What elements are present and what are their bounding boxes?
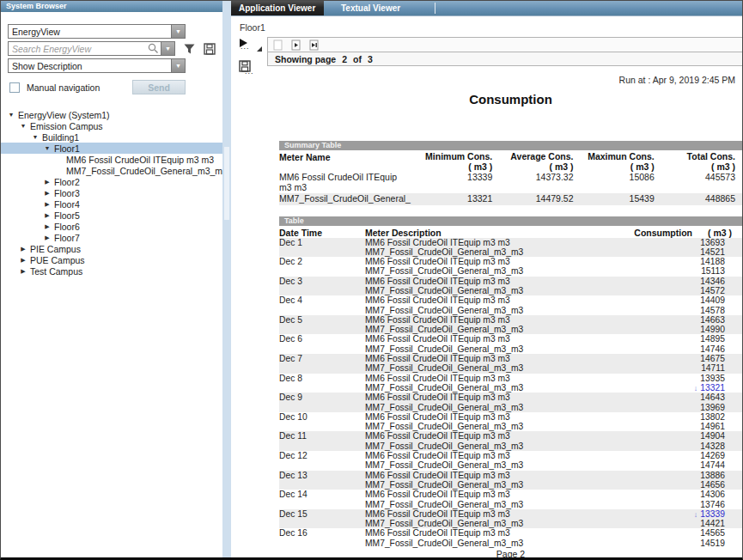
system-browser-controls: EnergyView ▼ ▼ Show De (1, 12, 222, 94)
detail-date-group: Dec 1MM6 Fossil CrudeOil ITEquip m3 m313… (279, 238, 742, 258)
tab-textual-viewer[interactable]: Textual Viewer (324, 1, 435, 15)
run-report-button[interactable]: ... (240, 39, 265, 52)
meter-description-cell: MM6 Fossil CrudeOil ITEquip m3 m3 (365, 528, 613, 538)
meter-description-cell: MM7_Fossil_CrudeOil_General_m3_m3 (365, 422, 613, 431)
detail-table-row: MM7_Fossil_CrudeOil_General_m3_m314656 (279, 480, 742, 490)
date-cell: Dec 7 (279, 354, 365, 363)
tree-item-label: Emission Campus (30, 121, 103, 131)
save-filter-icon[interactable] (204, 43, 216, 55)
search-input[interactable] (9, 42, 148, 55)
search-chevron-down-icon[interactable]: ▼ (161, 42, 174, 55)
tree-item-pue-campus[interactable]: ▶PUE Campus (1, 254, 222, 265)
collapsed-arrow-icon[interactable]: ▶ (18, 246, 28, 253)
collapsed-arrow-icon[interactable]: ▶ (42, 234, 52, 241)
collapsed-arrow-icon[interactable]: ▶ (42, 223, 52, 230)
manual-navigation-row: Manual navigation Send (8, 80, 186, 94)
chevron-down-icon[interactable]: ▼ (171, 59, 185, 72)
expanded-arrow-icon[interactable]: ▼ (18, 123, 28, 129)
expanded-arrow-icon[interactable]: ▼ (30, 134, 40, 140)
save-report-button[interactable]: ... (239, 60, 258, 76)
tree-item-floor6[interactable]: ▶Floor6 (1, 221, 222, 232)
save-dots: ... (245, 67, 254, 76)
meter-description-cell: MM6 Fossil CrudeOil ITEquip m3 m3 (365, 393, 613, 402)
tree-item-floor5[interactable]: ▶Floor5 (1, 210, 222, 221)
detail-date-group: Dec 5MM6 Fossil CrudeOil ITEquip m3 m314… (279, 315, 742, 335)
next-page-icon[interactable] (291, 40, 301, 51)
meter-description-cell: MM7_Fossil_CrudeOil_General_m3_m3 (365, 383, 613, 393)
first-page-icon[interactable] (273, 40, 283, 51)
tree-item-energyview-system1[interactable]: ▼EnergyView (System1) (1, 109, 222, 120)
date-cell (279, 363, 365, 373)
consumption-cell: 14990 (613, 325, 742, 334)
expanded-arrow-icon[interactable]: ▼ (42, 145, 52, 151)
tree-item-emission-campus[interactable]: ▼Emission Campus (1, 120, 222, 131)
consumption-cell: 13693 (613, 238, 742, 247)
detail-table-row: MM7_Fossil_CrudeOil_General_m3_m314961 (279, 422, 742, 431)
detail-table-row: MM7_Fossil_CrudeOil_General_m3_m313746 (279, 500, 742, 509)
detail-table-row: Dec 3MM6 Fossil CrudeOil ITEquip m3 m314… (279, 277, 742, 286)
consumption-cell: 15113 (613, 266, 742, 276)
collapsed-arrow-icon[interactable]: ▶ (18, 257, 28, 264)
tree-item-floor7[interactable]: ▶Floor7 (1, 232, 222, 243)
chevron-down-icon[interactable]: ▼ (171, 25, 185, 38)
date-cell (279, 247, 365, 257)
tree-item-floor2[interactable]: ▶Floor2 (1, 176, 222, 187)
detail-table-row: MM7_Fossil_CrudeOil_General_m3_m314328 (279, 441, 742, 451)
tree-item-building1[interactable]: ▼Building1 (1, 131, 222, 143)
tab-application-viewer[interactable]: Application Viewer (231, 1, 324, 15)
detail-table-row: Dec 16MM6 Fossil CrudeOil ITEquip m3 m31… (279, 528, 742, 538)
date-cell (279, 325, 365, 334)
tree-item-label: PUE Campus (30, 255, 85, 265)
tree-item-floor1[interactable]: ▼Floor1 (1, 143, 222, 154)
consumption-cell: 14572 (613, 286, 742, 295)
tree-item-mm6-fossil-crudeoil-itequip-m3-m3[interactable]: MM6 Fossil CrudeOil ITEquip m3 m3 (1, 154, 222, 165)
consumption-cell: 13969 (613, 403, 742, 412)
last-page-icon[interactable] (309, 40, 320, 51)
panel-splitter[interactable] (222, 1, 231, 557)
expanded-arrow-icon[interactable]: ▼ (6, 112, 16, 118)
tree-item-test-campus[interactable]: ▶Test Campus (1, 265, 222, 277)
consumption-cell: 14895 (613, 334, 742, 344)
description-mode-combo[interactable]: Show Description ▼ (8, 58, 186, 73)
detail-table-row: Dec 1MM6 Fossil CrudeOil ITEquip m3 m313… (279, 238, 742, 247)
detail-table: Table Date Time Meter Description Consum… (279, 216, 742, 549)
viewer-panel: Application Viewer Textual Viewer Floor1… (231, 1, 742, 557)
paging-of: of (353, 54, 362, 64)
tree-item-label: Test Campus (30, 266, 82, 277)
tree-item-floor3[interactable]: ▶Floor3 (1, 187, 222, 198)
meter-description-cell: MM6 Fossil CrudeOil ITEquip m3 m3 (365, 431, 613, 441)
tree-item-mm7-fossil-crudeoil-general-m3-m3[interactable]: MM7_Fossil_CrudeOil_General_m3_m3 (1, 165, 222, 176)
date-cell: Dec 2 (279, 257, 365, 266)
tree-item-label: EnergyView (System1) (18, 110, 110, 120)
collapsed-arrow-icon[interactable]: ▶ (18, 268, 28, 275)
filter-icon[interactable] (183, 43, 196, 55)
system-browser-panel: System Browser EnergyView ▼ ▼ (1, 1, 222, 557)
collapsed-arrow-icon[interactable]: ▶ (42, 212, 52, 219)
manual-navigation-checkbox[interactable] (9, 82, 20, 93)
system-selector-combo[interactable]: EnergyView ▼ (8, 24, 186, 39)
send-button[interactable]: Send (132, 80, 186, 94)
detail-table-row: MM7_Fossil_CrudeOil_General_m3_m315113 (279, 266, 742, 276)
collapsed-arrow-icon[interactable]: ▶ (42, 201, 52, 208)
consumption-cell: 14188 (613, 257, 742, 266)
date-cell (279, 480, 365, 490)
magnifier-icon[interactable] (148, 42, 161, 55)
collapsed-arrow-icon[interactable]: ▶ (42, 190, 52, 197)
consumption-cell: 14961 (613, 422, 742, 431)
collapsed-arrow-icon[interactable]: ▶ (42, 179, 52, 186)
meter-description-cell: MM6 Fossil CrudeOil ITEquip m3 m3 (365, 509, 613, 519)
report-page: Run at : Apr 9, 2019 2:45 PM Consumption… (267, 66, 742, 557)
tree-item-label: Floor5 (54, 210, 80, 221)
description-mode-value: Show Description (9, 59, 171, 72)
summary-col-maximun-cons: Maximun Cons.( m3 ) (574, 152, 655, 172)
consumption-cell: 14346 (613, 277, 742, 286)
tree-item-floor4[interactable]: ▶Floor4 (1, 198, 222, 210)
date-cell: Dec 9 (279, 393, 365, 402)
consumption-cell: 14643 (613, 393, 742, 402)
detail-date-group: Dec 9MM6 Fossil CrudeOil ITEquip m3 m314… (279, 393, 742, 412)
meter-name-cell: MM6 Fossil CrudeOil ITEquip m3 m3 (279, 172, 411, 193)
meter-description-cell: MM7_Fossil_CrudeOil_General_m3_m3 (365, 403, 613, 412)
tree-item-pie-campus[interactable]: ▶PIE Campus (1, 243, 222, 254)
meter-description-cell: MM6 Fossil CrudeOil ITEquip m3 m3 (365, 354, 613, 363)
context-label: Floor1 (240, 22, 265, 33)
